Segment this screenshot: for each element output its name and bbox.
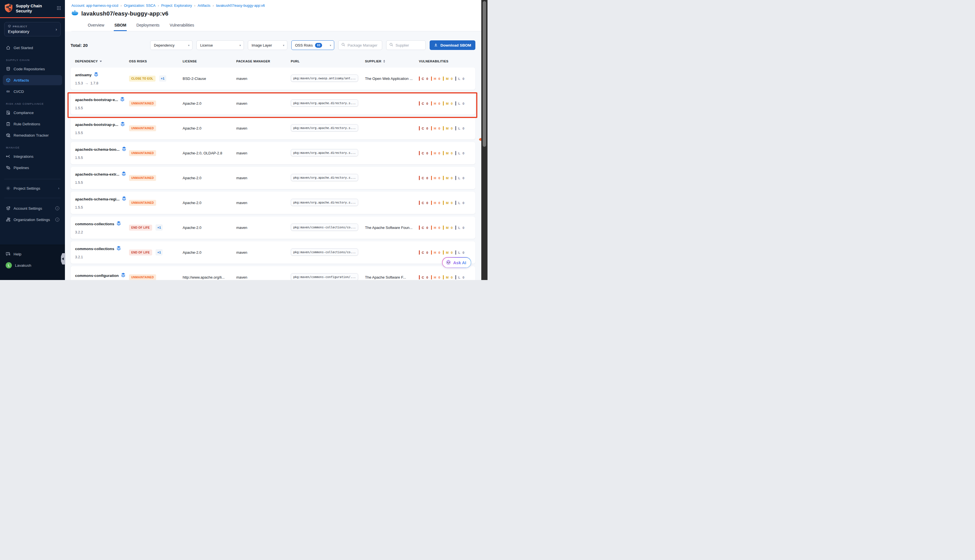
low-bar bbox=[455, 250, 456, 255]
ask-ai-button[interactable]: Ask AI bbox=[442, 257, 471, 268]
sidebar-item-get-started[interactable]: Get Started bbox=[3, 43, 62, 53]
sidebar-item-remediation-tracker[interactable]: Remediation Tracker bbox=[3, 130, 62, 140]
scrollbar-track[interactable] bbox=[481, 0, 488, 280]
purl-value[interactable]: pkg:maven/org.apache.directory.s... bbox=[291, 149, 358, 157]
sidebar-item-code-repositories[interactable]: Code Repositories bbox=[3, 64, 62, 74]
table-row[interactable]: commons-collections 3.2.1 END OF LIFE +1… bbox=[70, 241, 475, 263]
oss-risks-cell: UNMAINTAINED bbox=[129, 175, 183, 181]
tab-vulnerabilities[interactable]: Vulnerabilities bbox=[169, 20, 195, 31]
column-supplier[interactable]: SUPPLIER bbox=[365, 60, 419, 63]
dependency-name[interactable]: apacheds-bootstrap-e... bbox=[75, 98, 118, 102]
dependency-cell: commons-configuration bbox=[75, 273, 129, 280]
purl-value[interactable]: pkg:maven/org.apache.directory.s... bbox=[291, 199, 358, 206]
oss-risks-filter-dropdown[interactable]: OSS Risks 03 ▾ bbox=[291, 40, 334, 50]
dependency-name[interactable]: apacheds-schema-regi... bbox=[75, 197, 120, 201]
purl-value[interactable]: pkg:maven/commons-collections/co... bbox=[291, 248, 358, 256]
medium-count: M0 bbox=[443, 250, 453, 255]
table-row[interactable]: commons-collections 3.2.2 END OF LIFE +1… bbox=[70, 217, 475, 239]
supplier-input[interactable] bbox=[395, 43, 423, 47]
tab-overview[interactable]: Overview bbox=[87, 20, 105, 31]
sidebar-item-organization-settings[interactable]: Organization Settings i bbox=[3, 215, 62, 225]
table-row[interactable]: apacheds-bootstrap-p... 1.5.5 UNMAINTAIN… bbox=[70, 117, 475, 140]
table-row[interactable]: apacheds-schema-boo... 1.5.5 UNMAINTAINE… bbox=[70, 142, 475, 164]
table-row[interactable]: commons-configuration UNMAINTAINED http:… bbox=[70, 266, 475, 280]
table-row-highlighted[interactable]: apacheds-bootstrap-e... 1.5.5 UNMAINTAIN… bbox=[70, 92, 475, 115]
sidebar-item-help[interactable]: Help bbox=[3, 249, 62, 259]
tab-deployments[interactable]: Deployments bbox=[136, 20, 160, 31]
breadcrumb-account[interactable]: Account: app-harness-ng-cicd bbox=[72, 4, 118, 8]
sidebar-item-cicd[interactable]: ∞ CI/CD bbox=[3, 87, 62, 97]
more-risks-badge[interactable]: +1 bbox=[159, 75, 166, 82]
column-dependency[interactable]: DEPENDENCY bbox=[75, 60, 129, 63]
sidebar-item-rule-definitions[interactable]: Rule Definitions bbox=[3, 119, 62, 129]
medium-count: M0 bbox=[443, 225, 453, 230]
dependency-name[interactable]: commons-configuration bbox=[75, 273, 119, 278]
dependency-cell: commons-collections 3.2.2 bbox=[75, 221, 129, 234]
package-manager-search[interactable] bbox=[338, 40, 382, 50]
supplier-search[interactable] bbox=[386, 40, 426, 50]
tab-sbom[interactable]: SBOM bbox=[114, 20, 127, 31]
severity-letter: L bbox=[458, 276, 460, 279]
info-icon[interactable]: i bbox=[55, 206, 59, 210]
breadcrumb-project[interactable]: Project: Exploratory bbox=[161, 4, 192, 8]
license-filter-dropdown[interactable]: License ▾ bbox=[197, 40, 244, 50]
purl-value[interactable]: pkg:maven/commons-configuration/... bbox=[291, 273, 358, 280]
breadcrumb-artifacts[interactable]: Artifacts bbox=[198, 4, 210, 8]
table-row[interactable]: apacheds-schema-regi... 1.5.5 UNMAINTAIN… bbox=[70, 192, 475, 214]
severity-letter: H bbox=[434, 77, 437, 80]
license-cell: http://www.apache.org/li... bbox=[183, 275, 236, 280]
sidebar-collapse-handle[interactable] bbox=[61, 253, 65, 265]
sidebar-item-compliance[interactable]: Compliance bbox=[3, 108, 62, 118]
high-bar bbox=[431, 101, 432, 105]
severity-count: 0 bbox=[426, 152, 428, 155]
project-selector[interactable]: PROJECT Exploratory › bbox=[4, 22, 61, 37]
dependency-version: 1.5.3 → 1.7.8 bbox=[75, 81, 129, 85]
dependency-name[interactable]: apacheds-schema-boo... bbox=[75, 147, 120, 152]
dependency-name[interactable]: commons-collections bbox=[75, 222, 114, 226]
more-risks-badge[interactable]: +1 bbox=[155, 249, 163, 255]
table-row[interactable]: antisamy 1.5.3 → 1.7.8 CLOSE TO EOL +1 B… bbox=[70, 67, 475, 90]
image-layer-filter-dropdown[interactable]: Image Layer ▾ bbox=[248, 40, 287, 50]
medium-bar bbox=[443, 101, 444, 105]
sidebar-item-pipelines[interactable]: Pipelines bbox=[3, 163, 62, 173]
sidebar-item-label: Account Settings bbox=[13, 206, 42, 210]
sidebar-item-artifacts[interactable]: Artifacts bbox=[3, 75, 62, 85]
severity-count: 0 bbox=[426, 226, 428, 230]
package-manager-cell: maven bbox=[236, 250, 291, 255]
purl-value[interactable]: pkg:maven/org.owasp.antisamy/ant... bbox=[291, 75, 358, 82]
severity-count: 0 bbox=[426, 201, 428, 205]
account-layers-gear-icon bbox=[6, 206, 10, 210]
app-switcher-grid-icon[interactable] bbox=[57, 6, 61, 11]
purl-value[interactable]: pkg:maven/org.apache.directory.s... bbox=[291, 124, 358, 132]
breadcrumb-artifact-name[interactable]: lavakush07/easy-buggy-app:v6 bbox=[216, 4, 265, 8]
sidebar-item-account-settings[interactable]: Account Settings i bbox=[3, 203, 62, 213]
critical-count: C0 bbox=[419, 225, 428, 230]
dependency-name[interactable]: antisamy bbox=[75, 73, 92, 77]
dependency-filter-dropdown[interactable]: Dependency ▾ bbox=[150, 40, 193, 50]
dependency-name[interactable]: commons-collections bbox=[75, 247, 114, 251]
sidebar-item-label: Organization Settings bbox=[13, 218, 50, 222]
purl-value[interactable]: pkg:maven/commons-collections/co... bbox=[291, 223, 358, 231]
severity-letter: L bbox=[458, 226, 460, 230]
dependency-name[interactable]: apacheds-schema-extr... bbox=[75, 172, 119, 177]
more-risks-badge[interactable]: +1 bbox=[155, 224, 163, 231]
purl-value[interactable]: pkg:maven/org.apache.directory.s... bbox=[291, 174, 358, 181]
sidebar-item-integrations[interactable]: Integrations bbox=[3, 151, 62, 162]
info-icon[interactable]: i bbox=[55, 218, 59, 222]
total-count: Total: 20 bbox=[70, 43, 88, 48]
scrollbar-thumb[interactable] bbox=[483, 1, 486, 147]
severity-count: 0 bbox=[462, 226, 464, 230]
package-manager-input[interactable] bbox=[347, 43, 379, 47]
critical-bar bbox=[419, 201, 420, 205]
sidebar-item-project-settings[interactable]: Project Settings › bbox=[3, 183, 62, 193]
download-sbom-button[interactable]: Download SBOM bbox=[430, 40, 475, 50]
dependency-name[interactable]: apacheds-bootstrap-p... bbox=[75, 122, 118, 127]
sidebar-item-user[interactable]: L Lavakush bbox=[3, 260, 62, 270]
purl-value[interactable]: pkg:maven/org.apache.directory.s... bbox=[291, 99, 358, 107]
table-row[interactable]: apacheds-schema-extr... 1.5.5 UNMAINTAIN… bbox=[70, 167, 475, 189]
critical-count: C0 bbox=[419, 101, 428, 105]
severity-count: 0 bbox=[438, 201, 440, 205]
purl-cell: pkg:maven/commons-configuration/... bbox=[291, 273, 365, 280]
integrations-share-icon bbox=[6, 154, 10, 158]
breadcrumb-organization[interactable]: Organization: SSCA bbox=[124, 4, 155, 8]
